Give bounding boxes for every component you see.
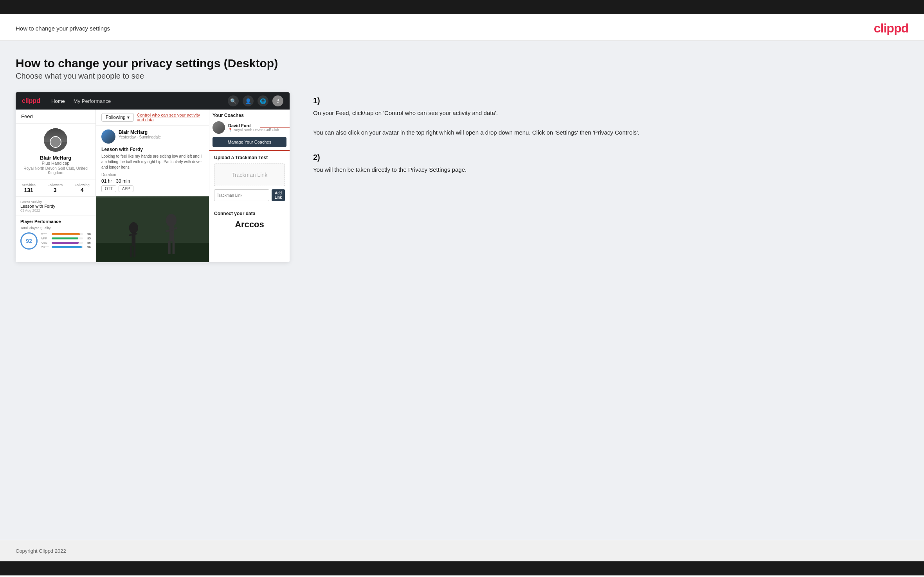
latest-value: Lesson with Fordy (20, 204, 91, 209)
nav-link-my-performance[interactable]: My Performance (74, 98, 111, 104)
connect-section: Connect your data Arccos (209, 206, 290, 234)
page-subtitle: Choose what you want people to see (16, 72, 908, 81)
coaches-section-title: Your Coaches (213, 113, 286, 118)
instruction-1-number: 1) (313, 96, 908, 105)
svg-rect-5 (130, 246, 132, 257)
quality-bars: OTT 90 APP 85 ARG (41, 232, 91, 250)
coach-avatar (213, 121, 225, 134)
bar-arg: ARG 86 (41, 241, 91, 244)
svg-rect-10 (168, 241, 171, 254)
activity-description: Looking to feel like my hands are exitin… (101, 154, 204, 170)
instruction-2-text: You will then be taken directly to the P… (313, 165, 908, 175)
avatar-btn[interactable]: B (272, 95, 283, 106)
golf-scene-svg (96, 196, 209, 262)
stat-followers-label: Followers (47, 183, 63, 187)
clippd-logo: clippd (874, 21, 908, 36)
following-button[interactable]: Following ▾ (101, 113, 134, 122)
chevron-down-icon: ▾ (127, 115, 130, 120)
feed-tab[interactable]: Feed (16, 110, 95, 124)
profile-card: Blair McHarg Plus Handicap Royal North D… (16, 124, 95, 180)
svg-point-2 (129, 222, 138, 234)
perf-title: Player Performance (20, 219, 91, 224)
top-bar (0, 0, 924, 14)
svg-rect-6 (133, 246, 135, 257)
person-icon-btn[interactable]: 👤 (243, 95, 254, 106)
bar-app: APP 85 (41, 237, 91, 240)
content-row: clippd Home My Performance 🔍 👤 🌐 B Feed (16, 92, 908, 262)
stat-following-label: Following (75, 183, 90, 187)
activity-tags: OTT APP (101, 185, 204, 192)
stat-activities-value: 131 (22, 187, 36, 193)
profile-name: Blair McHarg (20, 155, 91, 161)
manage-coaches-button[interactable]: Manage Your Coaches (213, 137, 286, 147)
nav-link-home[interactable]: Home (51, 98, 65, 104)
svg-rect-1 (96, 243, 209, 262)
profile-avatar (44, 128, 67, 152)
site-header: How to change your privacy settings clip… (0, 14, 924, 41)
coaches-section: Your Coaches David Ford 📍 Royal North De… (209, 110, 290, 151)
tag-app: APP (119, 185, 133, 192)
avatar-circle (50, 136, 61, 148)
activity-title: Lesson with Fordy (101, 147, 204, 152)
latest-label: Latest Activity (20, 200, 91, 204)
bar-putt: PUTT 96 (41, 245, 91, 249)
app-feed: Following ▾ Control who can see your act… (96, 110, 209, 262)
stat-activities-label: Activities (22, 183, 36, 187)
following-label: Following (106, 115, 126, 120)
feed-activity: Blair McHarg Yesterday · Sunningdale Les… (96, 126, 209, 196)
site-footer: Copyright Clippd 2022 (0, 540, 924, 561)
pin-icon: 📍 (228, 128, 232, 132)
feed-video (96, 196, 209, 262)
app-body: Feed Blair McHarg Plus Handicap Royal No… (16, 110, 290, 262)
activity-duration-value: 01 hr : 30 min (101, 178, 204, 184)
instructions-panel: 1) On your Feed, click/tap on 'Control w… (305, 92, 908, 191)
profile-handicap: Plus Handicap (20, 161, 91, 165)
trackman-section: Upload a Trackman Test Trackman Link Add… (209, 150, 290, 206)
feed-header: Following ▾ Control who can see your act… (96, 110, 209, 126)
instruction-1-text: On your Feed, click/tap on 'Control who … (313, 108, 908, 137)
quality-score: 92 (20, 232, 38, 250)
tag-ott: OTT (101, 185, 116, 192)
player-performance: Player Performance Total Player Quality … (16, 216, 95, 253)
video-content (96, 196, 209, 262)
trackman-placeholder: Trackman Link (214, 164, 285, 186)
activity-header: Blair McHarg Yesterday · Sunningdale (101, 129, 204, 144)
app-right-panel: Your Coaches David Ford 📍 Royal North De… (209, 110, 290, 262)
stat-following: Following 4 (75, 183, 90, 193)
search-icon-btn[interactable]: 🔍 (228, 95, 239, 106)
app-navbar: clippd Home My Performance 🔍 👤 🌐 B (16, 92, 290, 110)
coach-row: David Ford 📍 Royal North Devon Golf Club (213, 121, 286, 134)
stat-activities: Activities 131 (22, 183, 36, 193)
trackman-add-button[interactable]: Add Link (272, 189, 285, 201)
activity-user-name: Blair McHarg (119, 129, 161, 135)
globe-icon-btn[interactable]: 🌐 (258, 95, 268, 106)
latest-date: 03 Aug 2022 (20, 209, 91, 212)
stat-followers: Followers 3 (47, 183, 63, 193)
stat-following-value: 4 (75, 187, 90, 193)
page-title: How to change your privacy settings (Des… (16, 57, 908, 70)
bar-ott: OTT 90 (41, 232, 91, 236)
main-content: How to change your privacy settings (Des… (0, 41, 924, 540)
activity-user-meta: Yesterday · Sunningdale (119, 135, 161, 139)
footer-copyright: Copyright Clippd 2022 (16, 548, 66, 554)
nav-links: Home My Performance (51, 98, 228, 104)
stat-followers-value: 3 (47, 187, 63, 193)
privacy-link[interactable]: Control who can see your activity and da… (137, 113, 204, 122)
breadcrumb: How to change your privacy settings (16, 25, 110, 32)
instruction-2: 2) You will then be taken directly to th… (313, 153, 908, 175)
instruction-1: 1) On your Feed, click/tap on 'Control w… (313, 96, 908, 137)
activity-duration-label: Duration (101, 173, 204, 177)
trackman-input[interactable] (214, 189, 269, 201)
activity-user-avatar (101, 129, 115, 144)
app-mockup: clippd Home My Performance 🔍 👤 🌐 B Feed (16, 92, 290, 262)
svg-rect-11 (173, 241, 175, 254)
coach-club: 📍 Royal North Devon Golf Club (228, 128, 279, 132)
trackman-input-row: Add Link (214, 189, 285, 201)
latest-activity: Latest Activity Lesson with Fordy 03 Aug… (16, 197, 95, 216)
svg-point-7 (166, 214, 177, 227)
nav-icons: 🔍 👤 🌐 B (228, 95, 283, 106)
annotation-line (260, 127, 290, 128)
profile-club: Royal North Devon Golf Club, United King… (20, 166, 91, 175)
page-title-section: How to change your privacy settings (Des… (16, 57, 908, 81)
app-nav-logo: clippd (22, 97, 40, 104)
